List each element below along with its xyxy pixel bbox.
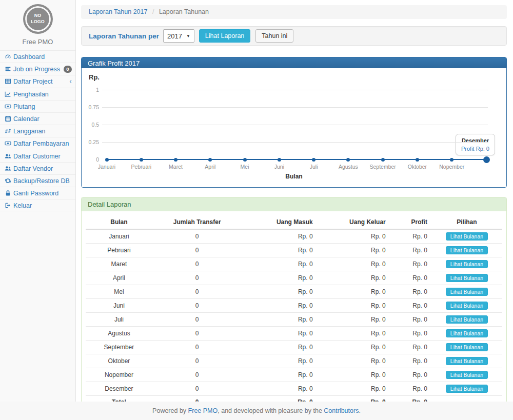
data-point-juni[interactable] — [278, 158, 281, 162]
sidebar-item-penghasilan[interactable]: Penghasilan — [0, 88, 75, 100]
tooltip-value: Profit Rp: 0 — [461, 146, 489, 152]
chart-tooltip: Desember Profit Rp: 0 — [456, 134, 495, 155]
cell-bulan: Nopember — [86, 368, 152, 382]
cell-bulan: Mei — [86, 285, 152, 299]
data-point-april[interactable] — [208, 158, 212, 162]
cell-profit: Rp. 0 — [390, 327, 431, 341]
table-header-row: BulanJumlah TransferUang MasukUang Kelua… — [86, 215, 502, 229]
data-point-maret[interactable] — [174, 158, 177, 162]
tahun-ini-button[interactable]: Tahun ini — [255, 29, 293, 43]
data-point-juli[interactable] — [312, 158, 315, 162]
y-axis-tick: 0 — [82, 156, 99, 163]
cell-uang_masuk: Rp. 0 — [242, 368, 317, 382]
y-axis-title: Rp. — [89, 73, 100, 81]
breadcrumb: Laporan Tahun 2017 / Laporan Tahunan — [81, 5, 507, 19]
gridline — [102, 125, 488, 125]
lihat-laporan-button[interactable]: Lihat Laporan — [199, 29, 250, 43]
sidebar-item-daftar-customer[interactable]: Daftar Customer — [0, 150, 75, 162]
cell-profit: Rp. 0 — [390, 341, 431, 354]
data-point-oktober[interactable] — [416, 158, 419, 162]
brand-name: Free PMO — [0, 38, 75, 50]
lihat-bulanan-button[interactable]: Lihat Bulanan — [446, 246, 488, 254]
sidebar-item-daftar-project[interactable]: Daftar Project‹ — [0, 75, 75, 87]
chevron-left-icon: ‹ — [69, 75, 72, 87]
data-point-september[interactable] — [381, 158, 385, 162]
sidebar-item-calendar[interactable]: Calendar — [0, 112, 75, 125]
data-point-nopember[interactable] — [450, 158, 453, 162]
year-select[interactable]: 2017 ▼ — [163, 29, 194, 43]
footer-text-prefix: Powered by — [152, 407, 188, 414]
breadcrumb-link[interactable]: Laporan Tahun 2017 — [89, 8, 147, 15]
caret-down-icon: ▼ — [186, 34, 190, 38]
y-axis-tick: 1 — [82, 87, 99, 93]
column-header: Jumlah Transfer — [152, 215, 242, 229]
data-point-januari[interactable] — [105, 158, 109, 162]
cell-bulan: April — [86, 271, 152, 285]
lihat-bulanan-button[interactable]: Lihat Bulanan — [446, 371, 488, 379]
data-point-mei[interactable] — [243, 158, 247, 162]
lihat-bulanan-button[interactable]: Lihat Bulanan — [446, 260, 488, 268]
line-chart-icon — [5, 91, 11, 97]
lihat-bulanan-button[interactable]: Lihat Bulanan — [446, 329, 488, 337]
column-header: Pilihan — [431, 215, 502, 229]
sidebar-item-daftar-vendor[interactable]: Daftar Vendor — [0, 162, 75, 174]
sidebar-item-label: Keluar — [13, 202, 32, 209]
cell-bulan: Desember — [86, 382, 152, 396]
sidebar-item-label: Backup/Restore DB — [13, 177, 70, 185]
cell-jumlah_transfer: 0 — [152, 382, 242, 396]
sidebar-item-label: Job on Progress — [13, 66, 60, 73]
contributors-link[interactable]: Contributors — [324, 407, 359, 414]
sidebar-item-langganan[interactable]: Langganan — [0, 125, 75, 137]
sidebar-item-label: Piutang — [13, 103, 35, 110]
data-point-pebruari[interactable] — [140, 158, 143, 162]
count-badge: 0 — [64, 66, 72, 73]
sidebar-item-dashboard[interactable]: Dashboard — [0, 50, 75, 63]
table-row: Juni0Rp. 0Rp. 0Rp. 0Lihat Bulanan — [86, 299, 502, 313]
cell-jumlah_transfer: 0 — [152, 313, 242, 327]
cell-uang_masuk: Rp. 0 — [242, 382, 317, 396]
cell-uang_masuk: Rp. 0 — [242, 327, 317, 341]
sidebar-item-keluar[interactable]: Keluar — [0, 199, 75, 211]
cell-jumlah_transfer: 0 — [152, 368, 242, 382]
sidebar-item-label: Daftar Customer — [13, 153, 61, 160]
sidebar-item-backup-restore-db[interactable]: Backup/Restore DB — [0, 174, 75, 187]
sidebar-item-label: Daftar Project — [13, 78, 52, 85]
cell-jumlah_transfer: 0 — [152, 285, 242, 299]
data-point-desember[interactable] — [483, 156, 490, 163]
lihat-bulanan-button[interactable]: Lihat Bulanan — [446, 274, 488, 282]
profit-chart-panel: Grafik Profit 2017 Rp. Bulan Desember Pr… — [81, 57, 507, 188]
cell-uang_keluar: Rp. 0 — [317, 285, 390, 299]
cell-uang_keluar: Rp. 0 — [317, 354, 390, 368]
cell-bulan: Juli — [86, 313, 152, 327]
cell-uang_masuk: Rp. 0 — [242, 313, 317, 327]
lihat-bulanan-button[interactable]: Lihat Bulanan — [446, 288, 488, 296]
lihat-bulanan-button[interactable]: Lihat Bulanan — [446, 315, 488, 324]
sidebar-item-ganti-password[interactable]: Ganti Password — [0, 187, 75, 199]
cell-uang_keluar: Rp. 0 — [317, 313, 390, 327]
cell-bulan: Pebruari — [86, 244, 152, 257]
free-pmo-link[interactable]: Free PMO — [188, 407, 218, 414]
table-row: Agustus0Rp. 0Rp. 0Rp. 0Lihat Bulanan — [86, 327, 502, 341]
sidebar-item-piutang[interactable]: Piutang — [0, 100, 75, 112]
cell-profit: Rp. 0 — [390, 354, 431, 368]
lihat-bulanan-button[interactable]: Lihat Bulanan — [446, 302, 488, 310]
lihat-bulanan-button[interactable]: Lihat Bulanan — [446, 385, 488, 393]
cell-bulan: September — [86, 341, 152, 354]
data-point-agustus[interactable] — [346, 158, 350, 162]
x-axis-title: Bulan — [82, 173, 506, 180]
sidebar-item-label: Langganan — [13, 128, 46, 135]
cell-jumlah_transfer: 0 — [152, 229, 242, 244]
lihat-bulanan-button[interactable]: Lihat Bulanan — [446, 232, 488, 241]
sidebar-item-job-on-progress[interactable]: Job on Progress0 — [0, 63, 75, 75]
lihat-bulanan-button[interactable]: Lihat Bulanan — [446, 343, 488, 351]
cell-uang_keluar: Rp. 0 — [317, 341, 390, 354]
profit-chart: Rp. Bulan Desember Profit Rp: 0 00.250.5… — [82, 68, 506, 187]
sidebar-item-daftar-pembayaran[interactable]: Daftar Pembayaran — [0, 137, 75, 149]
year-select-value: 2017 — [167, 32, 182, 40]
cell-uang_keluar: Rp. 0 — [317, 244, 390, 257]
sidebar-item-label: Calendar — [13, 115, 40, 123]
cell-uang_masuk: Rp. 0 — [242, 341, 317, 354]
lihat-bulanan-button[interactable]: Lihat Bulanan — [446, 357, 488, 365]
cell-profit: Rp. 0 — [390, 382, 431, 396]
gridline — [102, 107, 488, 108]
